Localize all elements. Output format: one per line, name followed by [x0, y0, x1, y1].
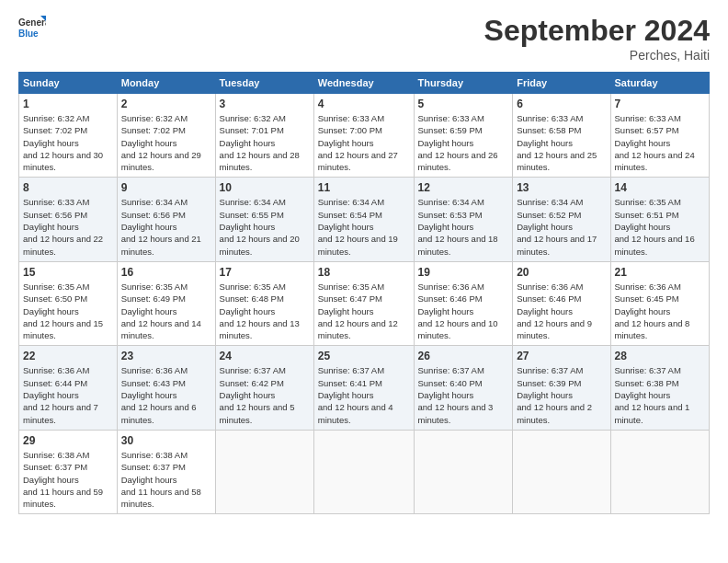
day-info: Sunrise: 6:33 AMSunset: 6:57 PMDaylight … [615, 113, 695, 172]
logo-icon: General Blue [18, 14, 46, 41]
day-number: 3 [220, 98, 310, 110]
col-saturday: Saturday [610, 73, 709, 94]
month-title: September 2024 [484, 14, 710, 48]
col-monday: Monday [117, 73, 215, 94]
day-cell: 12 Sunrise: 6:34 AMSunset: 6:53 PMDaylig… [414, 178, 513, 261]
day-info: Sunrise: 6:32 AMSunset: 7:01 PMDaylight … [220, 113, 300, 172]
day-number: 24 [220, 350, 310, 362]
title-block: September 2024 Perches, Haiti [484, 14, 710, 63]
day-cell [215, 430, 313, 513]
day-info: Sunrise: 6:34 AMSunset: 6:52 PMDaylight … [517, 197, 597, 256]
day-info: Sunrise: 6:36 AMSunset: 6:45 PMDaylight … [615, 282, 690, 340]
logo: General Blue [18, 14, 50, 41]
day-info: Sunrise: 6:36 AMSunset: 6:46 PMDaylight … [517, 282, 592, 340]
day-number: 14 [615, 181, 705, 194]
day-number: 30 [121, 434, 211, 447]
day-info: Sunrise: 6:34 AMSunset: 6:55 PMDaylight … [220, 197, 300, 256]
day-number: 10 [220, 181, 310, 194]
day-cell: 11 Sunrise: 6:34 AMSunset: 6:54 PMDaylig… [313, 178, 414, 261]
day-info: Sunrise: 6:34 AMSunset: 6:54 PMDaylight … [318, 197, 398, 256]
day-number: 29 [23, 434, 113, 447]
day-cell: 24 Sunrise: 6:37 AMSunset: 6:42 PMDaylig… [215, 346, 313, 430]
day-cell: 8 Sunrise: 6:33 AMSunset: 6:56 PMDayligh… [19, 178, 118, 261]
location: Perches, Haiti [484, 48, 710, 63]
day-cell: 5 Sunrise: 6:33 AMSunset: 6:59 PMDayligh… [414, 94, 513, 178]
week-row-4: 22 Sunrise: 6:36 AMSunset: 6:44 PMDaylig… [19, 346, 710, 430]
day-cell: 6 Sunrise: 6:33 AMSunset: 6:58 PMDayligh… [513, 94, 610, 178]
day-cell: 22 Sunrise: 6:36 AMSunset: 6:44 PMDaylig… [19, 346, 118, 430]
day-number: 11 [318, 181, 410, 194]
col-tuesday: Tuesday [215, 73, 313, 94]
day-number: 12 [418, 181, 509, 194]
day-number: 1 [23, 98, 113, 110]
col-thursday: Thursday [414, 73, 513, 94]
day-cell [414, 430, 513, 513]
day-info: Sunrise: 6:36 AMSunset: 6:43 PMDaylight … [121, 365, 197, 424]
calendar-page: General Blue September 2024 Perches, Hai… [0, 0, 728, 563]
day-info: Sunrise: 6:37 AMSunset: 6:39 PMDaylight … [517, 365, 592, 424]
day-number: 9 [121, 181, 211, 194]
day-cell: 1 Sunrise: 6:32 AMSunset: 7:02 PMDayligh… [19, 94, 118, 178]
day-info: Sunrise: 6:33 AMSunset: 6:56 PMDaylight … [23, 197, 103, 256]
svg-text:General: General [18, 17, 46, 28]
day-cell: 2 Sunrise: 6:32 AMSunset: 7:02 PMDayligh… [117, 94, 215, 178]
day-info: Sunrise: 6:35 AMSunset: 6:49 PMDaylight … [121, 282, 201, 340]
calendar-body: 1 Sunrise: 6:32 AMSunset: 7:02 PMDayligh… [19, 94, 710, 514]
day-info: Sunrise: 6:37 AMSunset: 6:38 PMDaylight … [615, 365, 690, 424]
day-cell: 28 Sunrise: 6:37 AMSunset: 6:38 PMDaylig… [610, 346, 709, 430]
day-info: Sunrise: 6:35 AMSunset: 6:50 PMDaylight … [23, 282, 103, 340]
page-header: General Blue September 2024 Perches, Hai… [18, 14, 710, 63]
day-cell: 9 Sunrise: 6:34 AMSunset: 6:56 PMDayligh… [117, 178, 215, 261]
day-cell: 17 Sunrise: 6:35 AMSunset: 6:48 PMDaylig… [215, 261, 313, 345]
day-cell: 13 Sunrise: 6:34 AMSunset: 6:52 PMDaylig… [513, 178, 610, 261]
day-cell: 14 Sunrise: 6:35 AMSunset: 6:51 PMDaylig… [610, 178, 709, 261]
day-info: Sunrise: 6:33 AMSunset: 6:59 PMDaylight … [418, 113, 498, 172]
day-number: 18 [318, 266, 410, 279]
day-cell: 18 Sunrise: 6:35 AMSunset: 6:47 PMDaylig… [313, 261, 414, 345]
day-cell: 19 Sunrise: 6:36 AMSunset: 6:46 PMDaylig… [414, 261, 513, 345]
col-wednesday: Wednesday [313, 73, 414, 94]
day-cell: 10 Sunrise: 6:34 AMSunset: 6:55 PMDaylig… [215, 178, 313, 261]
week-row-2: 8 Sunrise: 6:33 AMSunset: 6:56 PMDayligh… [19, 178, 710, 261]
day-info: Sunrise: 6:32 AMSunset: 7:02 PMDaylight … [23, 113, 103, 172]
day-number: 8 [23, 181, 113, 194]
day-cell: 16 Sunrise: 6:35 AMSunset: 6:49 PMDaylig… [117, 261, 215, 345]
day-number: 16 [121, 266, 211, 279]
day-info: Sunrise: 6:33 AMSunset: 7:00 PMDaylight … [318, 113, 398, 172]
day-number: 2 [121, 98, 211, 110]
day-info: Sunrise: 6:37 AMSunset: 6:42 PMDaylight … [220, 365, 295, 424]
day-number: 6 [517, 98, 606, 110]
svg-text:Blue: Blue [18, 29, 39, 39]
week-row-3: 15 Sunrise: 6:35 AMSunset: 6:50 PMDaylig… [19, 261, 710, 345]
day-cell: 27 Sunrise: 6:37 AMSunset: 6:39 PMDaylig… [513, 346, 610, 430]
day-info: Sunrise: 6:36 AMSunset: 6:46 PMDaylight … [418, 282, 498, 340]
day-info: Sunrise: 6:38 AMSunset: 6:37 PMDaylight … [23, 450, 103, 509]
day-cell: 25 Sunrise: 6:37 AMSunset: 6:41 PMDaylig… [313, 346, 414, 430]
day-info: Sunrise: 6:35 AMSunset: 6:51 PMDaylight … [615, 197, 695, 256]
day-number: 21 [615, 266, 705, 279]
day-cell [610, 430, 709, 513]
day-cell: 23 Sunrise: 6:36 AMSunset: 6:43 PMDaylig… [117, 346, 215, 430]
day-info: Sunrise: 6:34 AMSunset: 6:56 PMDaylight … [121, 197, 201, 256]
day-number: 19 [418, 266, 509, 279]
day-info: Sunrise: 6:33 AMSunset: 6:58 PMDaylight … [517, 113, 597, 172]
day-number: 7 [615, 98, 705, 110]
day-cell: 4 Sunrise: 6:33 AMSunset: 7:00 PMDayligh… [313, 94, 414, 178]
day-cell: 3 Sunrise: 6:32 AMSunset: 7:01 PMDayligh… [215, 94, 313, 178]
day-cell [313, 430, 414, 513]
day-cell: 7 Sunrise: 6:33 AMSunset: 6:57 PMDayligh… [610, 94, 709, 178]
day-cell: 29 Sunrise: 6:38 AMSunset: 6:37 PMDaylig… [19, 430, 118, 513]
day-info: Sunrise: 6:35 AMSunset: 6:48 PMDaylight … [220, 282, 300, 340]
day-number: 5 [418, 98, 509, 110]
day-number: 26 [418, 350, 509, 362]
day-number: 27 [517, 350, 606, 362]
week-row-1: 1 Sunrise: 6:32 AMSunset: 7:02 PMDayligh… [19, 94, 710, 178]
col-sunday: Sunday [19, 73, 118, 94]
day-number: 23 [121, 350, 211, 362]
header-row: Sunday Monday Tuesday Wednesday Thursday… [19, 73, 710, 94]
day-cell: 15 Sunrise: 6:35 AMSunset: 6:50 PMDaylig… [19, 261, 118, 345]
day-number: 22 [23, 350, 113, 362]
day-info: Sunrise: 6:35 AMSunset: 6:47 PMDaylight … [318, 282, 398, 340]
day-cell [513, 430, 610, 513]
day-number: 4 [318, 98, 410, 110]
